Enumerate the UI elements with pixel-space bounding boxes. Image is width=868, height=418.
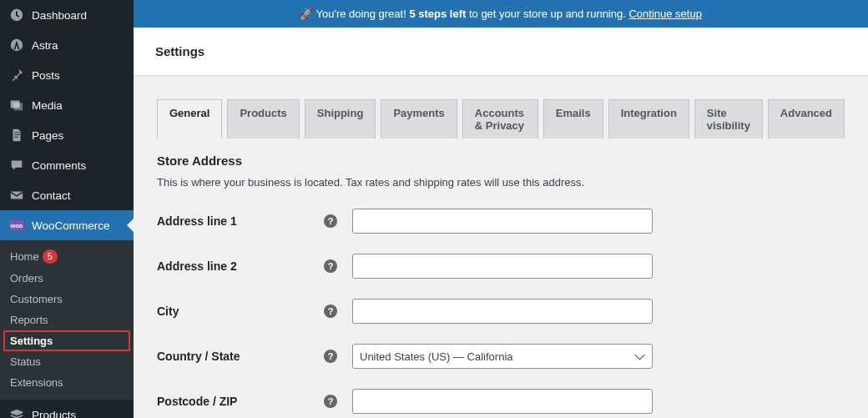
help-icon[interactable]: ? <box>324 350 337 363</box>
comments-icon <box>8 157 25 174</box>
page-header: Settings <box>134 28 868 76</box>
dashboard-icon <box>8 7 25 23</box>
submenu-item-extensions[interactable]: Extensions <box>0 372 134 393</box>
tab-site-visibility[interactable]: Site visibility <box>694 99 763 138</box>
pages-icon <box>8 127 25 144</box>
submenu-label: Extensions <box>10 376 63 389</box>
banner-prefix: You're doing great! <box>315 8 406 20</box>
sidebar-item-media[interactable]: Media <box>0 90 134 120</box>
submenu-item-settings[interactable]: Settings <box>3 330 130 351</box>
section-title: Store Address <box>157 154 845 168</box>
submenu-label: Orders <box>10 272 43 285</box>
submenu-label: Status <box>10 355 41 368</box>
sidebar-item-label: Products <box>32 409 76 418</box>
help-icon[interactable]: ? <box>324 395 337 408</box>
sidebar-item-comments[interactable]: Comments <box>0 150 134 180</box>
sidebar-item-dashboard[interactable]: Dashboard <box>0 0 134 30</box>
sidebar-item-posts[interactable]: Posts <box>0 60 134 90</box>
svg-rect-2 <box>13 103 23 110</box>
tab-products[interactable]: Products <box>227 99 299 138</box>
sidebar-item-label: Posts <box>32 69 60 82</box>
submenu-label: Settings <box>10 335 53 347</box>
label-country: Country / State <box>157 350 324 363</box>
rocket-icon: 🚀 <box>300 8 313 20</box>
country-state-select[interactable]: United States (US) — California <box>352 344 653 369</box>
submenu-item-customers[interactable]: Customers <box>0 289 134 310</box>
row-city: City ? <box>157 299 845 324</box>
tab-shipping[interactable]: Shipping <box>305 99 376 138</box>
astra-icon <box>8 37 25 53</box>
tab-general[interactable]: General <box>157 99 222 138</box>
svg-rect-3 <box>14 132 19 133</box>
banner-suffix: to get your store up and running. <box>469 8 626 20</box>
sidebar-item-label: WooCommerce <box>32 219 110 232</box>
sidebar-item-label: Media <box>32 99 63 112</box>
main-area: 🚀 You're doing great! 5 steps left to ge… <box>134 0 868 418</box>
row-postcode: Postcode / ZIP ? <box>157 389 845 414</box>
section-description: This is where your business is located. … <box>157 176 845 189</box>
sidebar-submenu-woocommerce: Home 5 Orders Customers Reports Settings… <box>0 240 134 400</box>
row-country: Country / State ? United States (US) — C… <box>157 344 845 369</box>
products-icon <box>8 406 25 418</box>
address1-input[interactable] <box>352 209 653 234</box>
svg-text:woo: woo <box>10 222 23 229</box>
tab-integration[interactable]: Integration <box>608 99 689 138</box>
label-city: City <box>157 305 324 318</box>
continue-setup-link[interactable]: Continue setup <box>628 8 701 20</box>
sidebar-item-label: Comments <box>32 159 86 172</box>
svg-rect-4 <box>14 134 19 135</box>
tab-advanced[interactable]: Advanced <box>768 99 845 138</box>
submenu-item-orders[interactable]: Orders <box>0 268 134 289</box>
tab-accounts-privacy[interactable]: Accounts & Privacy <box>462 99 538 138</box>
label-address2: Address line 2 <box>157 259 324 273</box>
sidebar-item-label: Contact <box>32 189 71 202</box>
submenu-label: Reports <box>10 314 48 326</box>
submenu-item-status[interactable]: Status <box>0 351 134 372</box>
sidebar-item-label: Dashboard <box>32 9 87 22</box>
sidebar-item-contact[interactable]: Contact <box>0 180 134 210</box>
settings-tabs: General Products Shipping Payments Accou… <box>157 99 845 138</box>
admin-sidebar: Dashboard Astra Posts Media Pages Commen… <box>0 0 134 418</box>
row-address1: Address line 1 ? <box>157 209 845 234</box>
setup-banner: 🚀 You're doing great! 5 steps left to ge… <box>134 0 868 28</box>
address2-input[interactable] <box>352 254 653 279</box>
sidebar-item-astra[interactable]: Astra <box>0 30 134 60</box>
sidebar-item-label: Pages <box>32 129 63 142</box>
page-title: Settings <box>155 44 846 58</box>
media-icon <box>8 97 25 113</box>
sidebar-item-label: Astra <box>32 39 58 52</box>
submenu-label: Home <box>10 250 39 263</box>
sidebar-item-pages[interactable]: Pages <box>0 120 134 150</box>
submenu-item-reports[interactable]: Reports <box>0 310 134 330</box>
tab-payments[interactable]: Payments <box>381 99 457 138</box>
label-address1: Address line 1 <box>157 214 324 228</box>
svg-rect-5 <box>14 137 18 138</box>
submenu-item-home[interactable]: Home 5 <box>0 245 134 268</box>
label-postcode: Postcode / ZIP <box>157 395 324 408</box>
submenu-label: Customers <box>10 293 63 305</box>
tab-emails[interactable]: Emails <box>543 99 603 138</box>
pin-icon <box>8 67 25 83</box>
badge-count: 5 <box>43 249 58 264</box>
sidebar-item-woocommerce[interactable]: woo WooCommerce <box>0 210 134 240</box>
banner-bold: 5 steps left <box>409 8 466 20</box>
woocommerce-icon: woo <box>8 217 25 234</box>
envelope-icon <box>8 187 25 204</box>
help-icon[interactable]: ? <box>324 305 337 318</box>
city-input[interactable] <box>352 299 653 324</box>
row-address2: Address line 2 ? <box>157 254 845 279</box>
select-value: United States (US) — California <box>360 350 513 363</box>
sidebar-item-products[interactable]: Products <box>0 400 134 418</box>
content: General Products Shipping Payments Accou… <box>134 76 868 418</box>
postcode-input[interactable] <box>352 389 653 414</box>
help-icon[interactable]: ? <box>324 259 337 273</box>
help-icon[interactable]: ? <box>324 214 337 228</box>
